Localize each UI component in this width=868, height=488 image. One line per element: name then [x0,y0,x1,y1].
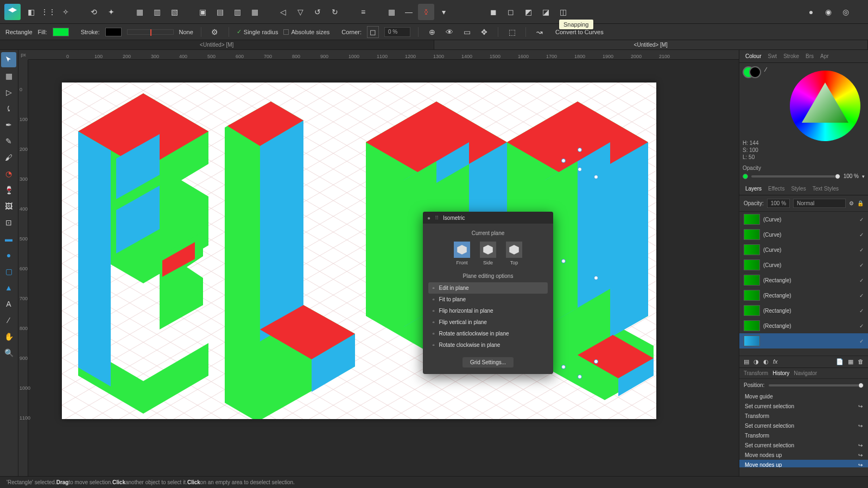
fill-tool-icon[interactable]: ◔ [1,166,16,181]
flip-vertical-icon[interactable]: ▽ [292,4,308,20]
absolute-sizes-checkbox[interactable]: Absolute sizes [283,29,330,35]
eyedropper-tool-icon[interactable]: ⁄ [1,313,16,328]
layer-item[interactable]: (Rectangle)✓ [739,303,868,318]
panel-tab[interactable]: Styles [788,185,808,193]
corner-tool-icon[interactable]: ⤹ [1,101,16,116]
selection-handle[interactable] [594,175,598,179]
panel-tab[interactable]: Apr [818,52,832,60]
history-item[interactable]: Move guide [739,391,868,401]
plane-option[interactable]: ▫Rotate clockwise in plane [428,339,548,351]
layer-item[interactable]: (Curve)✓ [739,227,868,242]
history-item[interactable]: Transform [739,411,868,421]
show-grid-icon[interactable]: ▦ [383,4,400,20]
pen-tool-icon[interactable]: ✒ [1,117,16,132]
stroke-colour-swatch[interactable] [749,66,761,78]
triangle-tool-icon[interactable]: ▲ [1,280,16,295]
history-position-slider[interactable] [769,384,864,386]
grid-manager-icon[interactable]: ▦ [131,4,148,20]
corner-type-icon[interactable]: ◻ [367,26,379,38]
node-tool-icon[interactable]: ▷ [1,85,16,100]
show-guides-icon[interactable]: — [401,4,417,20]
document-tab[interactable]: <Untitled> [M] [0,40,434,49]
panel-tab[interactable]: Layers [743,185,764,193]
stroke-width-slider[interactable] [127,29,174,35]
rounded-rect-tool-icon[interactable]: ▢ [1,264,16,279]
bool-divide-icon[interactable]: ◫ [555,4,571,20]
selection-handle[interactable] [561,159,566,163]
layer-item[interactable]: (Rectangle)✓ [739,288,868,303]
opacity-slider[interactable] [751,175,840,178]
place-image-tool-icon[interactable]: 🖼 [1,199,16,214]
layer-adjust-icon[interactable]: ◐ [763,358,769,365]
corner-value-input[interactable] [384,27,410,37]
transparency-tool-icon[interactable]: 🍷 [1,182,16,198]
bool-add-icon[interactable]: ◼ [485,4,502,20]
layer-item[interactable]: (Rectangle)✓ [739,318,868,333]
panel-tab[interactable]: Effects [765,185,787,193]
defaults-icon[interactable]: ✦ [103,4,119,20]
rotate-cw-icon[interactable]: ↻ [327,4,343,20]
panel-tab[interactable]: Navigator [794,370,817,376]
layer-lock-icon[interactable]: 🔒 [857,200,864,206]
history-item[interactable]: Set current selection↪ [739,421,868,430]
selection-handle[interactable] [578,167,582,172]
settings-gear-icon[interactable]: ⚙ [209,26,221,38]
bool-intersect-icon[interactable]: ◩ [520,4,536,20]
zoom-tool-icon[interactable]: 🔍 [1,345,16,360]
plane-option[interactable]: ▫Fit to plane [428,294,548,305]
rotate-ccw-icon[interactable]: ↺ [309,4,326,20]
layer-visibility-checkbox[interactable]: ✓ [859,323,864,329]
selection-handle[interactable] [578,375,582,379]
layer-visibility-checkbox[interactable]: ✓ [859,217,864,223]
panel-tab[interactable]: Brs [803,52,816,60]
panel-tab[interactable]: Swt [765,52,780,60]
layer-fx-icon[interactable]: fx [773,358,778,365]
move-tool-icon[interactable] [1,52,16,67]
blend-mode-select[interactable]: Normal [793,199,846,208]
layer-visibility-checkbox[interactable]: ✓ [859,232,864,238]
crop-tool-icon[interactable]: ⊡ [1,215,16,230]
close-icon[interactable]: ● [427,215,430,221]
canvas[interactable] [62,83,656,419]
transform-flip-icon[interactable]: ▧ [166,4,182,20]
stroke-swatch[interactable] [105,28,122,36]
panel-tab[interactable]: Colour [743,52,764,60]
selection-handle[interactable] [578,148,582,152]
layer-item[interactable]: (Curve)✓ [739,257,868,272]
snapping-icon[interactable]: ⧲ [418,4,434,20]
panel-tab[interactable]: History [772,370,789,376]
panel-tab[interactable]: Stroke [781,52,802,60]
convert-curves-icon[interactable]: ↝ [534,26,546,38]
move-to-front-icon[interactable]: ▣ [194,4,211,20]
insert-inside-icon[interactable]: ◉ [820,4,837,20]
insert-target-icon[interactable]: ● [803,4,819,20]
panel-tab[interactable]: Transform [744,370,768,376]
layer-item[interactable]: (Curve)✓ [739,212,868,227]
layer-group-icon[interactable]: ▤ [744,358,749,365]
text-tool-icon[interactable]: A [1,296,16,312]
layer-item[interactable]: (Rectangle)✓ [739,272,868,288]
plane-option[interactable]: ▫Rotate anticlockwise in plane [428,328,548,339]
layer-settings-icon[interactable]: ⚙ [849,200,854,206]
brush-tool-icon[interactable]: 🖌 [1,150,16,165]
align-icon[interactable]: ≡ [355,4,371,20]
fill-swatch[interactable] [53,28,69,36]
layer-item[interactable]: (Curve)✓ [739,242,868,257]
layer-mask-icon[interactable]: ◑ [753,358,759,365]
bool-xor-icon[interactable]: ◪ [537,4,554,20]
move-forward-icon[interactable]: ▤ [212,4,228,20]
insert-behind-icon[interactable]: ◎ [838,4,854,20]
layer-opacity-select[interactable]: 100 % [767,199,790,208]
move-to-back-icon[interactable]: ▦ [246,4,263,20]
single-radius-checkbox[interactable]: ✓Single radius [237,28,278,35]
document-tab[interactable]: <Untitled> [M] [434,40,869,49]
persona-export-icon[interactable]: ✧ [58,4,74,20]
layer-visibility-checkbox[interactable]: ✓ [859,293,864,299]
add-pixel-layer-icon[interactable]: ▦ [848,358,853,365]
layer-visibility-checkbox[interactable]: ✓ [859,308,864,314]
guides-manager-icon[interactable]: ▥ [149,4,165,20]
selection-handle[interactable] [561,365,566,369]
layer-item[interactable]: ✓ [739,333,868,348]
selection-handle[interactable] [594,276,598,280]
delete-layer-icon[interactable]: 🗑 [858,358,864,365]
